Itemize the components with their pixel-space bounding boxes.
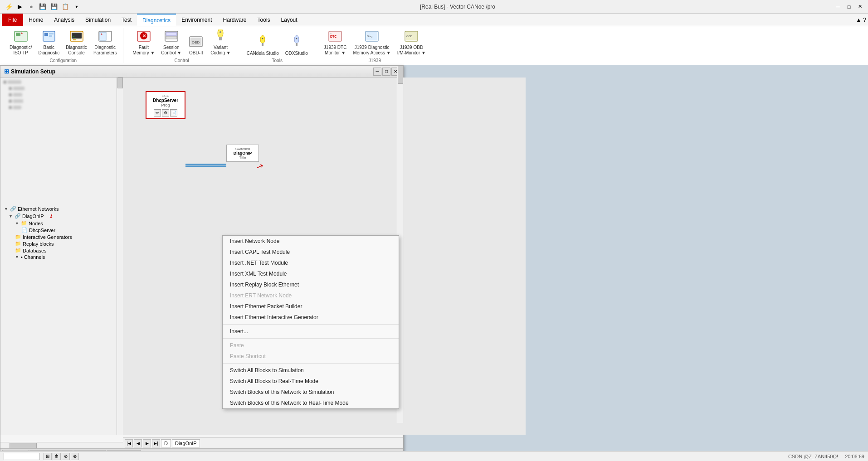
- tab-environment[interactable]: Environment: [176, 14, 217, 26]
- ribbon-btn-diagnostic-parameters[interactable]: + DiagnosticParameters: [91, 28, 119, 57]
- status-bar: ⊞ 🗑 ⊘ ⊗ CSDN @Z_ZAN450Q! 20:06:69: [0, 451, 868, 461]
- ecu-title: ECU: [148, 94, 183, 98]
- ctx-switch-all-rt[interactable]: Switch All Blocks to Real-Time Mode: [223, 376, 399, 387]
- svg-rect-5: [49, 33, 54, 34]
- tab-file[interactable]: File: [2, 14, 23, 26]
- ctx-insert-more[interactable]: Insert...: [223, 326, 399, 337]
- ribbon-btn-obd-ii[interactable]: OBD OBD-II: [185, 34, 206, 57]
- nav-diagonip-label: DiagOnIP: [172, 439, 200, 447]
- ctx-sep-1: [223, 324, 399, 325]
- minimize-button[interactable]: ─: [834, 2, 843, 11]
- tree-item-interactive[interactable]: 📁 Interactive Generators: [2, 233, 121, 240]
- ribbon-btn-candela-studio[interactable]: CANdela Studio: [244, 34, 281, 57]
- ribbon-btn-session-control[interactable]: SessionControl ▼: [159, 28, 184, 57]
- expand-channels: ▼: [15, 255, 20, 259]
- status-btn-red1[interactable]: ⊘: [62, 453, 70, 460]
- sim-minimize[interactable]: ─: [373, 68, 381, 76]
- status-buttons: ⊞ 🗑 ⊘ ⊗: [44, 453, 79, 460]
- ribbon-btn-variant-coding[interactable]: VariantCoding ▼: [208, 28, 233, 57]
- nav-next[interactable]: ▶: [143, 439, 151, 447]
- expand-diagonip: ▼: [9, 214, 13, 218]
- ribbon-btn-j1939-obd[interactable]: OBD J1939 OBDI/M-Monitor ▼: [395, 28, 428, 57]
- sim-maximize[interactable]: □: [382, 68, 390, 76]
- tree-item-channels[interactable]: ▼ • Channels: [2, 254, 121, 260]
- tree-scrollbar[interactable]: [117, 78, 123, 435]
- ctx-switch-network-rt[interactable]: Switch Blocks of this Network to Real-Ti…: [223, 398, 399, 408]
- ecu-sub: Prog: [148, 103, 183, 107]
- nodes-icon: 📁: [21, 220, 27, 226]
- ribbon-btn-odxstudio[interactable]: ODXStudio: [283, 34, 310, 57]
- qa-run[interactable]: ▶: [15, 2, 25, 12]
- tree-item-dhcpserver[interactable]: 📄 DhcpServer: [2, 227, 121, 233]
- tree-item-diagonip[interactable]: ▼ 🔗 DiagOnIP ↗: [2, 212, 121, 220]
- status-btn-red2[interactable]: ⊗: [71, 453, 79, 460]
- qa-more[interactable]: ▼: [72, 2, 82, 12]
- ctx-insert-packet-builder[interactable]: Insert Ethernet Packet Builder: [223, 301, 399, 312]
- tab-tools[interactable]: Tools: [252, 14, 276, 26]
- tab-analysis[interactable]: Analysis: [49, 14, 80, 26]
- qa-stop[interactable]: ●: [26, 2, 36, 12]
- nav-last[interactable]: ▶|: [152, 439, 160, 447]
- ctx-insert-capl[interactable]: Insert CAPL Test Module: [223, 247, 399, 257]
- fault-memory-icon: ✕: [137, 29, 151, 44]
- tree-item-replay[interactable]: 📁 Replay blocks: [2, 240, 121, 247]
- tools-group-label: Tools: [272, 58, 283, 63]
- ctx-switch-all-sim[interactable]: Switch All Blocks to Simulation: [223, 365, 399, 376]
- status-input[interactable]: [4, 453, 40, 460]
- ribbon-collapse[interactable]: ▲: [856, 17, 861, 23]
- sim-navbar: |◀ ◀ ▶ ▶| D DiagOnIP: [123, 437, 403, 448]
- svg-text:✕: ✕: [142, 34, 146, 39]
- ctx-switch-network-sim[interactable]: Switch Blocks of this Network to Simulat…: [223, 387, 399, 398]
- status-btn-grid[interactable]: ⊞: [44, 453, 52, 460]
- svg-text:Diag: Diag: [367, 35, 372, 38]
- tree-item-ethernet[interactable]: ▼ 🔗 Ethernet Networks: [2, 205, 121, 212]
- ctx-insert-network-node[interactable]: Insert Network Node: [223, 236, 399, 247]
- ribbon-tabs: File Home Analysis Simulation Test Diagn…: [0, 14, 868, 26]
- ecu-gear-icon[interactable]: ⚙: [162, 109, 169, 116]
- tab-simulation[interactable]: Simulation: [80, 14, 116, 26]
- ecu-edit-icon[interactable]: ✏: [154, 109, 161, 116]
- tree-item-nodes[interactable]: ▼ 📁 Nodes: [2, 220, 121, 227]
- tab-test[interactable]: Test: [116, 14, 137, 26]
- tab-hardware[interactable]: Hardware: [218, 14, 252, 26]
- databases-icon: 📁: [15, 247, 21, 253]
- status-left: ⊞ 🗑 ⊘ ⊗: [4, 453, 79, 460]
- ribbon-btn-basic-diagnostic[interactable]: BasicDiagnostic: [36, 28, 62, 57]
- tree-item-databases[interactable]: 📁 Databases: [2, 247, 121, 254]
- app-icon: ⚡: [4, 2, 14, 12]
- tab-diagnostics[interactable]: Diagnostics: [137, 14, 176, 26]
- ctx-insert-xml[interactable]: Insert XML Test Module: [223, 268, 399, 279]
- ribbon-btn-j1939-dtc[interactable]: DTC + J1939 DTCMonitor ▼: [322, 28, 349, 57]
- qa-save2[interactable]: 💾: [49, 2, 59, 12]
- replay-icon: 📁: [15, 241, 21, 247]
- svg-text:+: +: [21, 32, 23, 35]
- ribbon-btn-diagnostic-console[interactable]: >_ DiagnosticConsole: [63, 28, 89, 57]
- tab-home[interactable]: Home: [23, 14, 49, 26]
- ribbon-btn-diagnostic-iso-tp[interactable]: + Diagnostic/ISO TP: [7, 28, 34, 57]
- ribbon-help[interactable]: ?: [863, 17, 866, 23]
- main-area: ⊞ Simulation Setup ─ □ ✕ ⊞ ⊞: [0, 65, 868, 461]
- red-arrow-canvas: ↗: [255, 160, 265, 172]
- qa-save[interactable]: 💾: [38, 2, 48, 12]
- ctx-insert-replay[interactable]: Insert Replay Block Ethernet: [223, 279, 399, 290]
- maximize-button[interactable]: □: [844, 2, 853, 11]
- qa-open[interactable]: 📋: [60, 2, 70, 12]
- nav-prev[interactable]: ◀: [134, 439, 142, 447]
- ribbon-btn-fault-memory[interactable]: ✕ FaultMemory ▼: [131, 28, 157, 57]
- title-bar: ⚡ ▶ ● 💾 💾 📋 ▼ [Real Bus] - Vector CANoe …: [0, 0, 868, 14]
- variant-coding-icon: [213, 29, 228, 44]
- ecu-file-icon[interactable]: 📄: [170, 109, 177, 116]
- ctx-insert-interactive[interactable]: Insert Ethernet Interactive Generator: [223, 312, 399, 323]
- nav-d-label: D: [161, 439, 171, 447]
- v-scroll-thumb: [398, 66, 403, 84]
- ctx-insert-net[interactable]: Insert .NET Test Module: [223, 257, 399, 268]
- close-button[interactable]: ✕: [855, 2, 864, 11]
- nav-first[interactable]: |◀: [125, 439, 133, 447]
- ribbon-btn-j1939-diagnostic[interactable]: Diag J1939 DiagnosticMemory Access ▼: [351, 28, 393, 57]
- svg-text:+: +: [101, 33, 102, 36]
- tree-label-channels: Channels: [24, 254, 45, 260]
- tab-layout[interactable]: Layout: [276, 14, 303, 26]
- status-btn-trash[interactable]: 🗑: [53, 453, 61, 460]
- svg-rect-30: [296, 43, 297, 46]
- status-right: CSDN @Z_ZAN450Q! 20:06:69: [788, 454, 864, 459]
